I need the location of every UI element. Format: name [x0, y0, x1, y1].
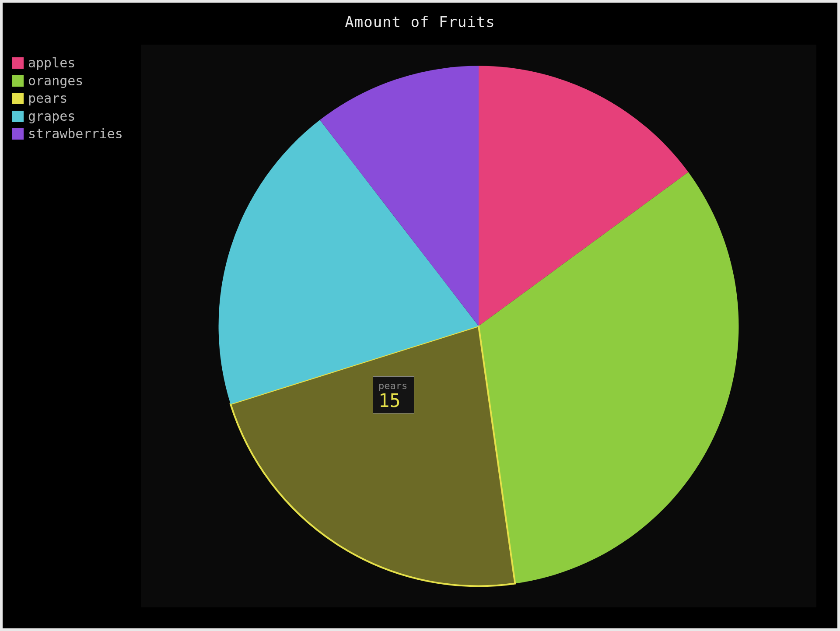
legend-swatch-icon: [12, 128, 24, 140]
legend-item-pears[interactable]: pears: [12, 90, 123, 108]
legend-label: strawberries: [28, 125, 123, 143]
chart-panel: pears 15: [141, 45, 816, 607]
legend-swatch-icon: [12, 75, 24, 87]
legend-label: apples: [28, 54, 75, 72]
legend-item-oranges[interactable]: oranges: [12, 72, 123, 90]
legend-item-grapes[interactable]: grapes: [12, 108, 123, 126]
legend: applesorangespearsgrapesstrawberries: [12, 54, 123, 143]
legend-label: oranges: [28, 72, 83, 90]
chart-title: Amount of Fruits: [3, 13, 837, 31]
legend-swatch-icon: [12, 93, 24, 104]
tooltip: pears 15: [373, 376, 414, 414]
legend-label: pears: [28, 90, 67, 108]
pie-chart[interactable]: [141, 45, 816, 607]
chart-frame: Amount of Fruits applesorangespearsgrape…: [0, 0, 840, 631]
legend-item-strawberries[interactable]: strawberries: [12, 125, 123, 143]
legend-item-apples[interactable]: apples: [12, 54, 123, 72]
legend-label: grapes: [28, 108, 75, 126]
tooltip-value: 15: [378, 391, 409, 410]
legend-swatch-icon: [12, 111, 24, 122]
legend-swatch-icon: [12, 57, 24, 69]
